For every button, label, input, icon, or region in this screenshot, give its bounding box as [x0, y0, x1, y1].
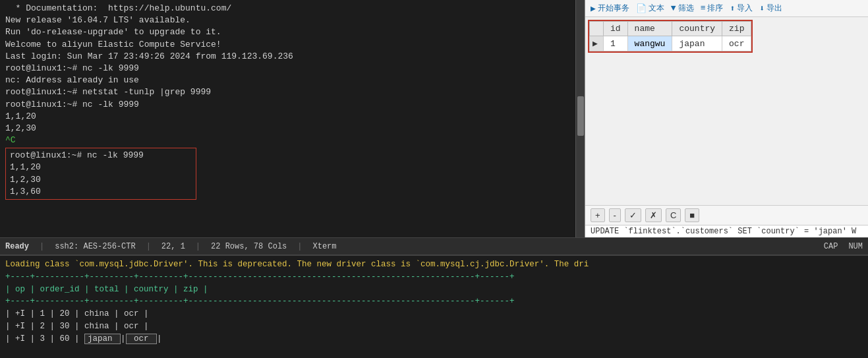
console-data-row: | +I | 3 | 60 | japan | ocr | [5, 333, 863, 345]
db-cell-id[interactable]: 1 [604, 36, 628, 51]
terminal-box-line: 1,2,30 [10, 174, 192, 186]
highlight-zip-cell: ocr [126, 334, 158, 344]
table-row[interactable]: ▶1wangwujapanocr [590, 36, 751, 51]
db-cell-name[interactable]: wangwu [627, 36, 672, 51]
highlight-cell: japan [84, 334, 121, 344]
toolbar-icon: ⬇ [759, 3, 765, 14]
terminal-line: 1,1,20 [5, 111, 579, 123]
terminal-line: Run 'do-release-upgrade' to upgrade to i… [5, 26, 579, 38]
status-term: Xterm [312, 242, 336, 251]
terminal-line: root@linux1:~# netstat -tunlp |grep 9999 [5, 86, 579, 98]
toolbar-btn-label: 开始事务 [598, 3, 629, 14]
status-size: 22 Rows, 78 Cols [211, 242, 287, 251]
db-bottom-btn[interactable]: - [609, 208, 621, 222]
db-toolbar-btn[interactable]: ▶开始事务 [591, 3, 629, 14]
db-table-area[interactable]: idnamecountryzip▶1wangwujapanocr [585, 17, 868, 205]
db-table-col-name[interactable]: name [627, 22, 672, 36]
db-table-col-country[interactable]: country [672, 22, 722, 36]
terminal-line: Welcome to aliyun Elastic Compute Servic… [5, 39, 579, 51]
toolbar-icon: ≡ [701, 3, 706, 13]
db-table-arrow-header [590, 22, 604, 36]
db-cell-country[interactable]: japan [672, 36, 722, 51]
status-sep2: | [146, 242, 151, 251]
terminal-line: 1,2,30 [5, 123, 579, 134]
db-bottom-btn[interactable]: ✓ [625, 208, 641, 222]
terminal-box-line: root@linux1:~# nc -lk 9999 [10, 150, 192, 162]
row-arrow: ▶ [590, 36, 604, 51]
toolbar-btn-label: 排序 [707, 3, 723, 14]
terminal-box: root@linux1:~# nc -lk 99991,1,201,2,301,… [5, 148, 196, 200]
db-toolbar-btn[interactable]: 📄文本 [636, 3, 664, 14]
db-query-bar: UPDATE `flinktest`.`customers` SET `coun… [585, 225, 868, 237]
console-divider1: +----+----------+---------+---------+---… [5, 271, 863, 283]
terminal-scrollbar-thumb[interactable] [577, 96, 584, 136]
db-toolbar-btn[interactable]: ≡排序 [701, 3, 724, 14]
db-bottom-btn[interactable]: C [666, 208, 681, 222]
toolbar-icon: 📄 [636, 3, 647, 14]
db-table-col-zip[interactable]: zip [722, 22, 751, 36]
bottom-console: Loading class `com.mysql.jdbc.Driver'. T… [0, 254, 868, 358]
toolbar-btn-label: 导入 [737, 3, 753, 14]
terminal-line: * Documentation: https://help.ubuntu.com… [5, 3, 579, 15]
console-rows: | +I | 1 | 20 | china | ocr || +I | 2 | … [5, 308, 863, 345]
terminal-line: root@linux1:~# nc -lk 9999 [5, 63, 579, 75]
db-toolbar: ▶开始事务📄文本▼筛选≡排序⬆导入⬇导出 [585, 0, 868, 17]
status-sep1: | [40, 242, 44, 251]
db-bottom-btn[interactable]: + [591, 208, 605, 222]
console-data-row: | +I | 2 | 30 | china | ocr | [5, 320, 863, 333]
console-header: | op | order_id | total | country | zip … [5, 283, 863, 296]
toolbar-icon: ▼ [671, 3, 676, 13]
terminal-line: New release '16.04.7 LTS' available. [5, 15, 579, 26]
status-num: NUM [848, 242, 863, 251]
status-sep3: | [196, 242, 200, 251]
table-outline: idnamecountryzip▶1wangwujapanocr [588, 20, 753, 53]
console-data-row: | +I | 1 | 20 | china | ocr | [5, 308, 863, 320]
terminal-line: Last login: Sun Mar 17 23:49:26 2024 fro… [5, 51, 579, 63]
terminal-line: root@linux1:~# nc -lk 9999 [5, 99, 579, 111]
toolbar-icon: ▶ [591, 3, 596, 14]
main-area: * Documentation: https://help.ubuntu.com… [0, 0, 868, 237]
terminal-lines: * Documentation: https://help.ubuntu.com… [5, 3, 579, 146]
db-bottom-btn[interactable]: ■ [685, 208, 699, 222]
toolbar-btn-label: 筛选 [678, 3, 694, 14]
db-table: idnamecountryzip▶1wangwujapanocr [589, 21, 751, 51]
terminal-scrollbar[interactable] [575, 0, 585, 237]
console-divider2: +----+----------+---------+---------+---… [5, 295, 863, 308]
status-bar: Ready | ssh2: AES-256-CTR | 22, 1 | 22 R… [0, 237, 868, 254]
db-toolbar-btn[interactable]: ⬆导入 [730, 3, 753, 14]
terminal-line: nc: Address already in use [5, 75, 579, 86]
terminal-box-line: 1,1,20 [10, 162, 192, 173]
db-cell-zip[interactable]: ocr [722, 36, 751, 51]
status-sep4: | [297, 242, 302, 251]
terminal-line: ^C [5, 134, 579, 146]
status-ready: Ready [5, 242, 29, 251]
db-panel: ▶开始事务📄文本▼筛选≡排序⬆导入⬇导出 idnamecountryzip▶1w… [585, 0, 868, 237]
toolbar-btn-label: 文本 [649, 3, 664, 14]
console-warn: Loading class `com.mysql.jdbc.Driver'. T… [5, 258, 863, 271]
terminal-box-line: 1,3,60 [10, 186, 192, 198]
status-cap: CAP [824, 242, 838, 251]
db-toolbar-btn[interactable]: ▼筛选 [671, 3, 694, 14]
toolbar-icon: ⬆ [730, 3, 735, 14]
terminal-panel: * Documentation: https://help.ubuntu.com… [0, 0, 585, 237]
toolbar-btn-label: 导出 [767, 3, 782, 14]
db-action-buttons: +-✓✗C■ [585, 205, 868, 225]
status-pos: 22, 1 [161, 242, 185, 251]
status-ssh: ssh2: AES-256-CTR [55, 242, 135, 251]
db-toolbar-btn[interactable]: ⬇导出 [759, 3, 782, 14]
db-table-col-id[interactable]: id [604, 22, 628, 36]
db-bottom-btn[interactable]: ✗ [645, 208, 662, 222]
